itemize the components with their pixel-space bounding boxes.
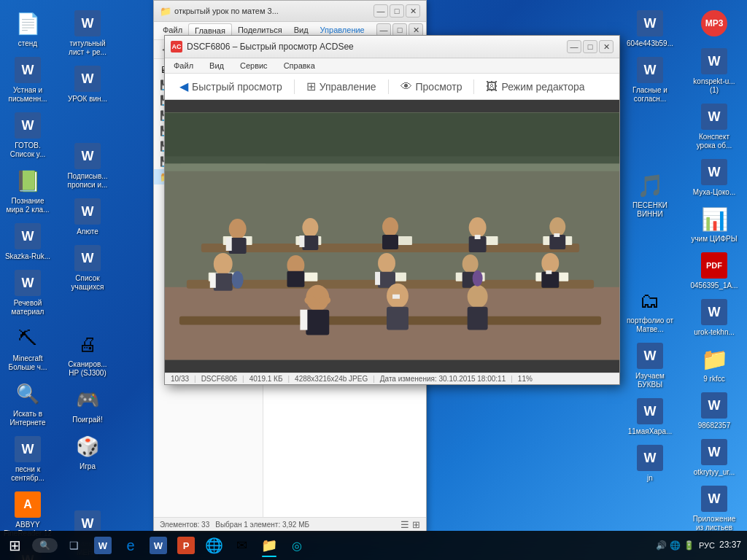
desktop-icon-pdf[interactable]: PDF 0456395_1А... <box>688 248 740 293</box>
desktop-icon-98682357[interactable]: W 98682357 <box>688 388 740 433</box>
desktop-icon-mukha[interactable]: W Муха-Цоко... <box>688 155 740 200</box>
system-tray: 🔊 🌐 🔋 <box>656 540 694 551</box>
acdsee-close-btn[interactable]: ✕ <box>599 40 614 53</box>
time-display: 23:37 <box>719 540 741 551</box>
toolbar-sep-1 <box>294 79 295 94</box>
desktop-icons-right: MP3 W konspekt-u... (1) W Конспект урока… <box>685 0 747 541</box>
desktop-icon-mp3[interactable]: MP3 <box>688 6 740 42</box>
photo-index: 10/33 <box>171 375 189 383</box>
acdsee-image-area <box>165 100 619 373</box>
photo-zoom: 11% <box>518 375 533 383</box>
photo-filename: DSCF6806 <box>201 375 237 383</box>
desktop-icon-glasn[interactable]: W Гласные и согласн... <box>624 52 676 106</box>
status-count: Элементов: 33 <box>160 521 209 529</box>
desktop-icon-minecraft[interactable]: ⛏ Minecraft Больше ч... <box>1 321 54 375</box>
desktop-icon-titulniy[interactable]: W титульный лист + ре... <box>61 6 114 60</box>
desktop-icon-anyute[interactable]: W Аnюте <box>61 194 114 239</box>
classroom-photo <box>165 100 619 373</box>
desktop-icon-gotov[interactable]: W ГОТОВ. Список у... <box>1 108 54 162</box>
taskbar: ⊞ 🔍 ❑ W e W P 🌐 ✉ <box>0 531 747 560</box>
explorer-close-btn[interactable]: ✕ <box>406 4 420 18</box>
desktop-icon-iskat[interactable]: 🔍 Искать в Интернете <box>1 376 54 430</box>
clock[interactable]: 23:37 <box>719 540 741 551</box>
status-selected: Выбран 1 элемент: 3,92 МБ <box>215 521 309 529</box>
grid-view-btn[interactable]: ⊞ <box>412 519 420 530</box>
desktop-icon-urokvin[interactable]: W УРОК вин... <box>61 61 114 106</box>
taskbar-app-chrome[interactable]: 🌐 <box>201 532 227 559</box>
editor-icon: 🖼 <box>486 80 498 93</box>
start-button[interactable]: ⊞ <box>0 531 29 560</box>
explorer-maximize-btn[interactable]: □ <box>390 4 404 18</box>
quick-view-icon: ◀ <box>179 79 188 93</box>
desktop-icon-poigray[interactable]: 🎮 Поиграй! <box>61 382 114 427</box>
desktop-icon-jn[interactable]: W jn <box>624 440 676 486</box>
taskbar-app-explorer[interactable]: 📁 <box>256 532 282 559</box>
menu-service[interactable]: Сервис <box>236 60 272 71</box>
taskbar-app-word[interactable]: W <box>90 532 116 559</box>
menu-file[interactable]: Файл <box>169 60 198 71</box>
language-indicator[interactable]: РУС <box>699 541 715 550</box>
taskbar-app-ppt[interactable]: P <box>173 532 199 559</box>
explorer-statusbar: Элементов: 33 Выбран 1 элемент: 3,92 МБ … <box>154 517 426 532</box>
taskbar-apps: W e W P 🌐 ✉ 📁 ◎ <box>90 532 650 559</box>
tray-icon-1[interactable]: 🔊 <box>656 540 667 551</box>
photo-date: Дата изменения: 30.10.2015 18:00:11 <box>380 375 506 383</box>
desktop-icon-poznanie[interactable]: 📗 Познание мира 2 кла... <box>1 163 54 217</box>
desktop-icon-igra[interactable]: 🎲 Игра <box>61 429 114 474</box>
toolbar-sep-2 <box>388 79 389 94</box>
acdsee-maximize-btn[interactable]: □ <box>583 40 597 53</box>
taskbar-search[interactable]: 🔍 <box>32 538 58 553</box>
photo-filesize: 4019.1 КБ <box>249 375 283 383</box>
desktop-icon-stend[interactable]: 📄 стенд <box>1 6 54 51</box>
desktop-icon-uchim[interactable]: 📊 учим ЦИФРЫ <box>688 201 740 246</box>
desktop-icons-left2: W титульный лист + ре... W УРОК вин... W… <box>60 0 118 560</box>
explorer-title: открытый урок по матем 3... <box>174 7 279 15</box>
toolbar-view[interactable]: 👁 Просмотр <box>392 77 471 96</box>
taskbar-search-icon: 🔍 <box>39 540 50 551</box>
desktop-icon-pesni[interactable]: W песни к сентябр... <box>1 432 54 486</box>
toolbar-quick-view[interactable]: ◀ Быстрый просмотр <box>171 77 291 96</box>
acdsee-menubar: Файл Вид Сервис Справка <box>165 58 619 74</box>
desktop-icon-11maya[interactable]: W 11маяХара... <box>624 394 676 439</box>
taskbar-app-word2[interactable]: W <box>145 532 171 559</box>
menu-help[interactable]: Справка <box>279 60 320 71</box>
explorer-titlebar: 📁 открытый урок по матем 3... — □ ✕ <box>154 1 426 22</box>
taskbar-right: 🔊 🌐 🔋 РУС 23:37 <box>650 540 747 551</box>
desktop-icon-uroktech[interactable]: W urok-tekhn... <box>688 295 740 340</box>
desktop-icon-otkr[interactable]: W otkrytyy_ur... <box>688 435 740 480</box>
desktop: MP3 W konspekt-u... (1) W Конспект урока… <box>0 0 747 560</box>
desktop-icon-ustaya[interactable]: W Устная и письменн... <box>1 52 54 106</box>
photo-dimensions: 4288x3216x24b JPEG <box>295 375 368 383</box>
desktop-icon-konspekt2[interactable]: W Конспект урока об... <box>688 99 740 153</box>
explorer-minimize-btn[interactable]: — <box>374 4 388 18</box>
manage-icon: ⊞ <box>306 79 316 93</box>
desktop-icon-rechevoi[interactable]: W Речевой материал <box>1 265 54 319</box>
desktop-icon-skazka[interactable]: W Skazka-Ruk... <box>1 219 54 264</box>
view-mode-icons: ☰ ⊞ <box>400 519 420 530</box>
acdsee-minimize-btn[interactable]: — <box>567 40 581 53</box>
taskbar-app-unknown[interactable]: ◎ <box>284 532 310 559</box>
desktop-icon-konspekt[interactable]: W konspekt-u... (1) <box>688 44 740 98</box>
list-view-btn[interactable]: ☰ <box>400 519 409 530</box>
desktop-icon-spisok[interactable]: W Список учащихся <box>61 241 114 295</box>
menu-view[interactable]: Вид <box>205 60 228 71</box>
taskview-btn[interactable]: ❑ <box>61 532 87 559</box>
acdsee-window: AC DSCF6806 – Быстрый просмотр ACDSee — … <box>164 35 620 385</box>
desktop-icon-rkfcc[interactable]: 📁 9 rkfcc <box>688 341 740 386</box>
desktop-icon-604e[interactable]: W 604e443b59... <box>624 6 676 51</box>
toolbar-editor[interactable]: 🖼 Режим редактора <box>477 77 593 96</box>
desktop-icon-scan[interactable]: 🖨 Сканиров... HP (SJ300) <box>61 327 114 381</box>
window-controls: — □ ✕ <box>567 40 614 53</box>
tray-icon-battery[interactable]: 🔋 <box>684 540 694 551</box>
desktop-icon-pesni-vinni[interactable]: 🎵 ПЕСЕНКИ ВИННИ <box>624 168 676 222</box>
desktop-icon-izuchaem[interactable]: W Изучаем БУКВЫ <box>624 338 676 392</box>
view-icon: 👁 <box>400 80 412 93</box>
toolbar-manage[interactable]: ⊞ Управление <box>298 77 385 96</box>
acdsee-window-icon: AC <box>171 41 182 52</box>
desktop-icon-applic[interactable]: W Приложение из листьев <box>688 481 740 535</box>
taskbar-app-edge[interactable]: e <box>117 532 144 559</box>
tray-icon-2[interactable]: 🌐 <box>670 540 681 551</box>
desktop-icon-portf[interactable]: 🗂 портфолио от Матве... <box>624 283 676 337</box>
desktop-icon-podpis[interactable]: W Подписыв... прописи и... <box>61 139 114 192</box>
taskbar-app-mail[interactable]: ✉ <box>228 532 255 559</box>
